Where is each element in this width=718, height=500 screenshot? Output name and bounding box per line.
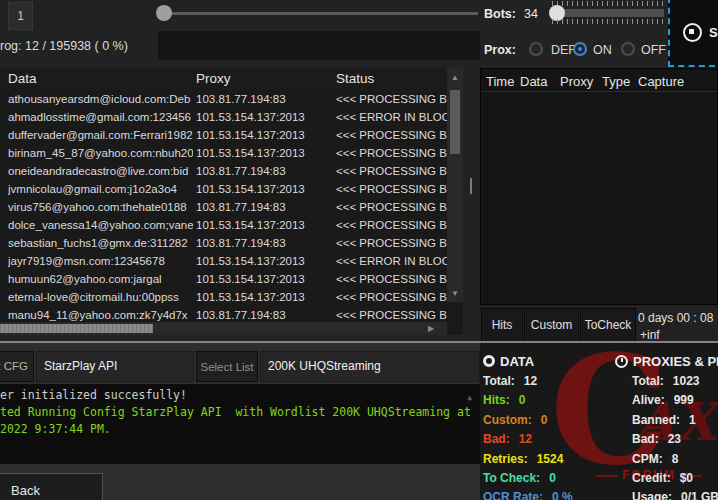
tab-custom[interactable]: Custom — [524, 308, 579, 342]
config-section: t CFG StarzPlay API Select List 200K UHQ… — [0, 343, 480, 500]
stat-value: 0 — [549, 471, 556, 485]
runner-tab-1[interactable]: 1 — [8, 2, 33, 30]
table-cell: ahmadlosstime@gmail.com:123456 — [8, 108, 193, 126]
table-row[interactable]: jayr7919@msn.com:12345678101.53.154.137:… — [0, 252, 447, 270]
results-horizontal-scrollbar[interactable]: ▶ — [0, 322, 447, 335]
table-cell: <<< PROCESSING BLOC — [336, 270, 447, 288]
stat-row: Usage:0/1 GB — [632, 490, 718, 500]
select-list-button[interactable]: Select List — [196, 351, 258, 382]
table-row[interactable]: virus756@yahoo.com:thehate0188103.81.77.… — [0, 198, 447, 216]
stat-label: Banned: — [632, 413, 680, 427]
table-row[interactable]: oneideandradecastro@live.com:bid103.81.7… — [0, 162, 447, 180]
table-row[interactable]: eternal-love@citromail.hu:00ppss101.53.1… — [0, 288, 447, 306]
table-cell: 101.53.154.137:2013 — [196, 288, 328, 306]
results-table-header: Data Proxy Status — [0, 68, 447, 91]
table-row[interactable]: duffervader@gmail.com:Ferrari1982101.53.… — [0, 126, 447, 144]
stat-value: 0/1 GB — [681, 490, 718, 500]
select-cfg-button[interactable]: t CFG — [0, 351, 34, 382]
column-header-data[interactable]: Data — [520, 74, 547, 89]
top-slider-track[interactable] — [160, 12, 478, 15]
table-row[interactable]: humuun62@yahoo.com:jargal101.53.154.137:… — [0, 270, 447, 288]
column-header-type[interactable]: Type — [602, 74, 630, 89]
stat-label: Retries: — [483, 452, 528, 466]
table-cell: <<< ERROR IN BLOCK: — [336, 252, 447, 270]
proxies-stats-title: PROXIES & PER — [633, 354, 718, 369]
monitor-tabs: Hits Custom ToCheck 0 days 00 : 08 +inf — [480, 305, 718, 342]
log-scroll-up-icon[interactable]: ▲ — [467, 389, 472, 406]
table-cell: 101.53.154.137:2013 — [196, 180, 328, 198]
back-button[interactable]: Back — [0, 473, 103, 500]
elapsed-time: 0 days 00 : 08 — [638, 311, 713, 325]
stat-row: OCR Rate:0 % — [483, 490, 573, 500]
table-row[interactable]: birinam_45_87@yahoo.com:nbuh20101.53.154… — [0, 144, 447, 162]
table-row[interactable]: sebastian_fuchs1@gmx.de:311282103.81.77.… — [0, 234, 447, 252]
table-cell: 103.81.77.194:83 — [196, 162, 328, 180]
table-cell: <<< PROCESSING BLOC — [336, 288, 447, 306]
horizontal-scroll-thumb[interactable] — [0, 324, 153, 333]
table-cell: 103.81.77.194:83 — [196, 234, 328, 252]
table-cell: virus756@yahoo.com:thehate0188 — [8, 198, 193, 216]
donut-chart-icon — [483, 355, 495, 367]
table-row[interactable]: dolce_vanessa14@yahoo.com;vane101.53.154… — [0, 216, 447, 234]
config-name-field[interactable]: StarzPlay API — [36, 351, 194, 382]
proxies-stats-rows: Total:1023Alive:999Banned:1Bad:23CPM:8Cr… — [615, 374, 718, 500]
column-header-capture[interactable]: Capture — [638, 74, 684, 89]
progress-bar — [158, 31, 480, 60]
log-console: ▲ er initialized succesfully!ted Running… — [0, 384, 480, 464]
column-header-proxy[interactable]: Proxy — [196, 71, 231, 86]
results-table-body: athousanyearsdm@icloud.com:Deb103.81.77.… — [0, 90, 447, 322]
progress-label: rog: 12 / 195938 ( 0 %) — [0, 39, 128, 53]
stat-label: OCR Rate: — [483, 490, 543, 500]
column-header-data[interactable]: Data — [8, 71, 37, 86]
column-header-proxy[interactable]: Proxy — [560, 74, 593, 89]
results-vertical-scrollbar[interactable]: ▲ ▼ — [447, 68, 463, 302]
radio-off-label[interactable]: OFF — [641, 43, 666, 57]
table-row[interactable]: ahmadlosstime@gmail.com:123456101.53.154… — [0, 108, 447, 126]
scroll-down-icon[interactable]: ▼ — [447, 286, 463, 300]
stat-label: Usage: — [632, 490, 672, 500]
table-cell: 101.53.154.137:2013 — [196, 216, 328, 234]
table-cell: <<< ERROR IN BLOCK: — [336, 108, 447, 126]
scroll-right-icon[interactable]: ▶ — [428, 324, 434, 333]
table-row[interactable]: athousanyearsdm@icloud.com:Deb103.81.77.… — [0, 90, 447, 108]
table-cell: jvmnicolau@gmail.com:j1o2a3o4 — [8, 180, 193, 198]
table-cell: 103.81.77.194:83 — [196, 198, 328, 216]
table-cell: <<< PROCESSING BLOC — [336, 162, 447, 180]
stat-value: 1524 — [537, 452, 564, 466]
stat-row: Credit:$0 — [632, 471, 718, 490]
top-slider-thumb[interactable] — [156, 5, 172, 21]
column-header-time[interactable]: Time — [486, 74, 514, 89]
stat-row: To Check:0 — [483, 471, 573, 490]
table-row[interactable]: jvmnicolau@gmail.com:j1o2a3o4101.53.154.… — [0, 180, 447, 198]
table-cell: <<< PROCESSING BLOC — [336, 306, 447, 322]
stat-label: Custom: — [483, 413, 532, 427]
scroll-up-icon[interactable]: ▲ — [447, 70, 463, 84]
stat-row: Bad:12 — [483, 432, 573, 451]
stat-label: Total: — [632, 374, 664, 388]
stat-row: Custom:0 — [483, 413, 573, 432]
tab-tocheck[interactable]: ToCheck — [580, 308, 636, 342]
radio-on[interactable] — [573, 42, 587, 56]
table-cell: <<< PROCESSING BLOC — [336, 126, 447, 144]
table-row[interactable]: manu94_11@yahoo.com:zk7y4d7x103.81.77.19… — [0, 306, 447, 322]
radio-def[interactable] — [529, 42, 543, 56]
table-cell: 101.53.154.137:2013 — [196, 252, 328, 270]
tab-hits[interactable]: Hits — [481, 308, 523, 342]
table-cell: jayr7919@msn.com:12345678 — [8, 252, 193, 270]
stat-value: 999 — [674, 393, 694, 407]
gauge-icon — [615, 355, 628, 368]
stop-button[interactable]: ST — [668, 0, 718, 67]
bots-slider-track[interactable] — [554, 9, 664, 17]
table-cell: humuun62@yahoo.com:jargal — [8, 270, 193, 288]
splitter-handle — [470, 178, 472, 194]
wordlist-name-field[interactable]: 200K UHQStreaming — [260, 351, 480, 382]
stat-row: Hits:0 — [483, 393, 573, 412]
checker-window: 1 rog: 12 / 195938 ( 0 %) Bots: 34 Prox:… — [0, 0, 718, 500]
radio-on-label[interactable]: ON — [593, 43, 612, 57]
column-header-status[interactable]: Status — [336, 71, 374, 86]
stat-label: Alive: — [632, 393, 665, 407]
panel-splitter[interactable] — [463, 68, 480, 335]
vertical-scroll-thumb[interactable] — [450, 90, 460, 154]
radio-off[interactable] — [621, 42, 635, 56]
table-cell: <<< PROCESSING BLOC — [336, 216, 447, 234]
